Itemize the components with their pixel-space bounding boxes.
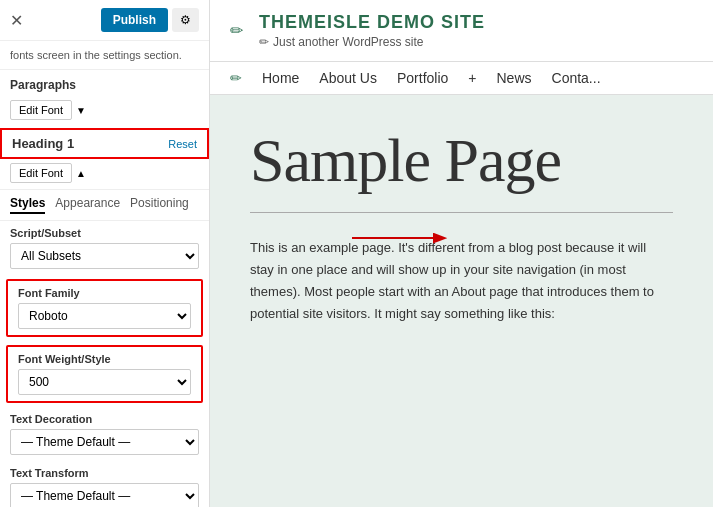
font-tabs: Styles Appearance Positioning	[0, 190, 209, 221]
font-weight-select[interactable]: 500	[18, 369, 191, 395]
close-icon: ✕	[10, 12, 23, 29]
paragraphs-edit-font-button[interactable]: Edit Font	[10, 100, 72, 120]
paragraphs-arrow-down-icon: ▼	[76, 105, 86, 116]
script-subset-select[interactable]: All Subsets	[10, 243, 199, 269]
heading1-label: Heading 1	[12, 136, 74, 151]
paragraphs-edit-font-row: Edit Font ▼	[0, 96, 209, 128]
tab-positioning[interactable]: Positioning	[130, 196, 189, 214]
nav-pencil-icon: ✏	[230, 70, 242, 86]
text-decoration-group: Text Decoration — Theme Default —	[0, 407, 209, 461]
font-family-group: Font Family Roboto	[6, 279, 203, 337]
nav-news[interactable]: News	[497, 70, 532, 86]
font-family-select[interactable]: Roboto	[18, 303, 191, 329]
heading1-arrow-up-icon: ▲	[76, 168, 86, 179]
page-content: Sample Page This is an example page. It'…	[210, 95, 713, 355]
heading1-edit-font-button[interactable]: Edit Font	[10, 163, 72, 183]
site-nav: ✏ Home About Us Portfolio + News Conta..…	[210, 62, 713, 95]
top-bar-right: Publish ⚙	[101, 8, 199, 32]
font-weight-group: Font Weight/Style 500	[6, 345, 203, 403]
nav-contact[interactable]: Conta...	[552, 70, 601, 86]
site-pencil-icon: ✏	[230, 21, 243, 40]
left-panel: ✕ Publish ⚙ fonts screen in the settings…	[0, 0, 210, 507]
text-decoration-label: Text Decoration	[10, 413, 199, 425]
tagline-pencil-icon: ✏	[259, 35, 269, 49]
page-divider	[250, 212, 673, 213]
heading1-edit-font-row: Edit Font ▲	[0, 159, 209, 190]
page-body: This is an example page. It's different …	[250, 237, 673, 325]
nav-home[interactable]: Home	[262, 70, 299, 86]
heading1-reset-link[interactable]: Reset	[168, 138, 197, 150]
text-transform-select[interactable]: — Theme Default —	[10, 483, 199, 507]
text-transform-label: Text Transform	[10, 467, 199, 479]
tab-styles[interactable]: Styles	[10, 196, 45, 214]
text-decoration-select[interactable]: — Theme Default —	[10, 429, 199, 455]
nav-about-us[interactable]: About Us	[319, 70, 377, 86]
script-subset-label: Script/Subset	[10, 227, 199, 239]
font-weight-label: Font Weight/Style	[18, 353, 191, 365]
info-text: fonts screen in the settings section.	[0, 41, 209, 70]
right-panel: ✏ THEMEISLE DEMO SITE ✏ Just another Wor…	[210, 0, 713, 507]
paragraphs-label: Paragraphs	[0, 70, 209, 96]
text-transform-group: Text Transform — Theme Default —	[0, 461, 209, 507]
top-bar: ✕ Publish ⚙	[0, 0, 209, 41]
tab-appearance[interactable]: Appearance	[55, 196, 120, 214]
nav-plus-icon[interactable]: +	[468, 70, 476, 86]
site-title: THEMEISLE DEMO SITE	[259, 12, 485, 33]
font-family-label: Font Family	[18, 287, 191, 299]
site-tagline: ✏ Just another WordPress site	[259, 35, 485, 49]
site-logo-area: THEMEISLE DEMO SITE ✏ Just another WordP…	[259, 12, 485, 49]
settings-button[interactable]: ⚙	[172, 8, 199, 32]
heading1-row: Heading 1 Reset	[0, 128, 209, 159]
nav-portfolio[interactable]: Portfolio	[397, 70, 448, 86]
close-button[interactable]: ✕	[10, 11, 23, 30]
publish-button[interactable]: Publish	[101, 8, 168, 32]
gear-icon: ⚙	[180, 13, 191, 27]
page-title: Sample Page	[250, 125, 673, 196]
script-subset-group: Script/Subset All Subsets	[0, 221, 209, 275]
site-header: ✏ THEMEISLE DEMO SITE ✏ Just another Wor…	[210, 0, 713, 62]
